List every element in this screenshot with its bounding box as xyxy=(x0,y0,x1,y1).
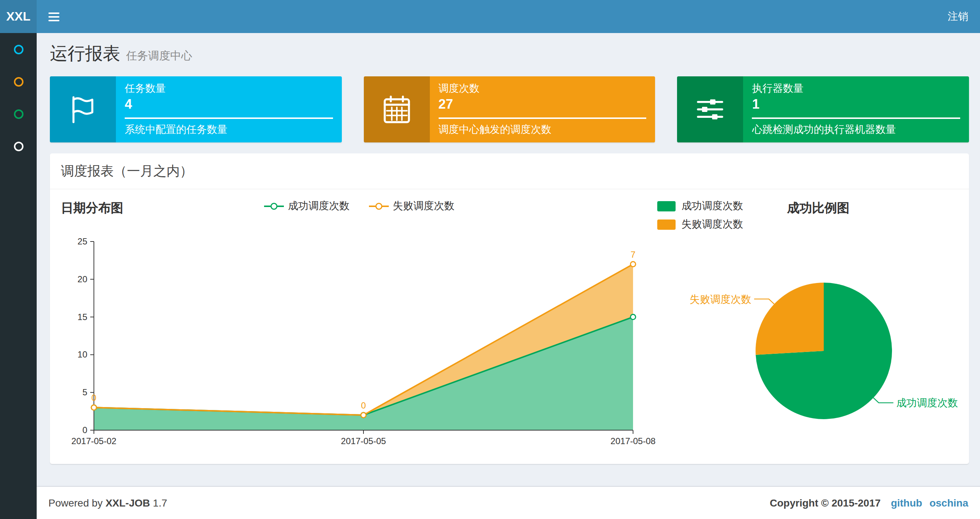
sidebar-item-3[interactable] xyxy=(0,97,37,130)
svg-text:15: 15 xyxy=(77,312,87,322)
hamburger-icon xyxy=(48,12,59,14)
info-box-triggers: 调度次数 27 调度中心触发的调度次数 xyxy=(363,76,655,142)
svg-text:25: 25 xyxy=(77,236,87,246)
svg-text:0: 0 xyxy=(361,401,366,410)
page-header: 运行报表任务调度中心 xyxy=(37,33,980,73)
navbar: 注销 xyxy=(37,0,980,33)
logout-link[interactable]: 注销 xyxy=(936,0,980,33)
svg-text:2017-05-08: 2017-05-08 xyxy=(611,436,656,446)
svg-text:成功调度次数: 成功调度次数 xyxy=(896,397,958,409)
svg-text:20: 20 xyxy=(77,274,87,284)
circle-icon xyxy=(14,77,23,86)
info-box-label: 任务数量 xyxy=(125,82,332,96)
info-box-description: 心跳检测成功的执行器机器数量 xyxy=(752,123,960,137)
pie-legend-item-1[interactable]: 失败调度次数 xyxy=(657,218,743,231)
page-title: 运行报表任务调度中心 xyxy=(50,43,969,66)
pie-chart-legend: 成功调度次数失败调度次数 xyxy=(657,200,743,231)
svg-text:2017-05-02: 2017-05-02 xyxy=(72,436,117,446)
info-box-value: 4 xyxy=(125,97,332,112)
svg-text:2017-05-05: 2017-05-05 xyxy=(341,436,386,446)
info-box-jobs: 任务数量 4 系统中配置的任务数量 xyxy=(50,76,342,142)
legend-item-1[interactable]: 失败调度次数 xyxy=(369,200,454,213)
info-box-description: 调度中心触发的调度次数 xyxy=(438,123,646,137)
pie-legend-item-0[interactable]: 成功调度次数 xyxy=(657,200,743,213)
content-area: 运行报表任务调度中心 任务数量 4 系统中配置的任务数量 xyxy=(37,33,980,486)
powered-by: Powered by XXL-JOB 1.7 xyxy=(48,497,167,509)
svg-text:0: 0 xyxy=(83,425,87,435)
pie-chart-canvas: 成功调度次数失败调度次数 xyxy=(657,232,958,452)
report-panel: 调度报表（一月之内） 日期分布图 成功调度次数失败调度次数 0510152025… xyxy=(50,153,969,464)
sidebar-toggle-button[interactable] xyxy=(37,0,70,33)
info-box-description: 系统中配置的任务数量 xyxy=(125,123,332,137)
info-box-label: 执行器数量 xyxy=(752,82,960,96)
line-chart-canvas: 05101520252017-05-022017-05-052017-05-08… xyxy=(61,223,657,452)
top-navbar: XXL 注销 xyxy=(0,0,980,33)
panel-body: 日期分布图 成功调度次数失败调度次数 05101520252017-05-022… xyxy=(50,189,969,464)
progress-line xyxy=(752,117,960,119)
info-box-content: 任务数量 4 系统中配置的任务数量 xyxy=(116,76,342,142)
sidebar xyxy=(0,33,37,519)
sidebar-item-2[interactable] xyxy=(0,65,37,97)
page-subtitle: 任务调度中心 xyxy=(126,49,192,62)
info-box-label: 调度次数 xyxy=(438,82,646,96)
sliders-icon xyxy=(678,76,743,142)
oschina-link[interactable]: oschina xyxy=(929,497,968,509)
calendar-icon xyxy=(363,76,430,142)
info-box-content: 执行器数量 1 心跳检测成功的执行器机器数量 xyxy=(743,76,969,142)
svg-text:0: 0 xyxy=(91,393,96,402)
product-version: 1.7 xyxy=(153,497,167,509)
flag-icon xyxy=(50,76,116,142)
navbar-right: 注销 xyxy=(936,0,980,33)
success-ratio-chart: 成功调度次数失败调度次数 成功比例图 成功调度次数失败调度次数 xyxy=(657,197,958,452)
svg-text:10: 10 xyxy=(77,350,87,359)
svg-text:7: 7 xyxy=(630,249,635,260)
pie-chart-title: 成功比例图 xyxy=(787,200,850,217)
product-name: XXL-JOB xyxy=(106,497,150,509)
line-chart-legend: 成功调度次数失败调度次数 xyxy=(61,200,657,213)
legend-item-0[interactable]: 成功调度次数 xyxy=(264,200,350,213)
info-box-executors: 执行器数量 1 心跳检测成功的执行器机器数量 xyxy=(678,76,969,142)
copyright: Copyright © 2015-2017 github oschina xyxy=(770,497,968,509)
info-box-content: 调度次数 27 调度中心触发的调度次数 xyxy=(430,76,655,142)
github-link[interactable]: github xyxy=(891,497,923,509)
sidebar-item-4[interactable] xyxy=(0,130,37,162)
circle-icon xyxy=(14,141,23,151)
svg-text:5: 5 xyxy=(83,387,87,397)
info-box-value: 27 xyxy=(438,97,646,112)
date-distribution-chart: 日期分布图 成功调度次数失败调度次数 05101520252017-05-022… xyxy=(61,197,657,452)
panel-title: 调度报表（一月之内） xyxy=(50,153,969,189)
info-box-row: 任务数量 4 系统中配置的任务数量 调度次 xyxy=(50,76,969,142)
progress-line xyxy=(125,117,332,119)
circle-icon xyxy=(14,109,23,118)
info-box-value: 1 xyxy=(752,97,960,112)
progress-line xyxy=(438,117,646,119)
app-logo[interactable]: XXL xyxy=(0,0,37,33)
footer: Powered by XXL-JOB 1.7 Copyright © 2015-… xyxy=(37,486,980,519)
app-window: XXL 注销 运行报表任务调度中心 xyxy=(0,0,980,519)
svg-text:失败调度次数: 失败调度次数 xyxy=(689,294,751,305)
circle-icon xyxy=(14,45,23,54)
sidebar-item-1[interactable] xyxy=(0,33,37,65)
